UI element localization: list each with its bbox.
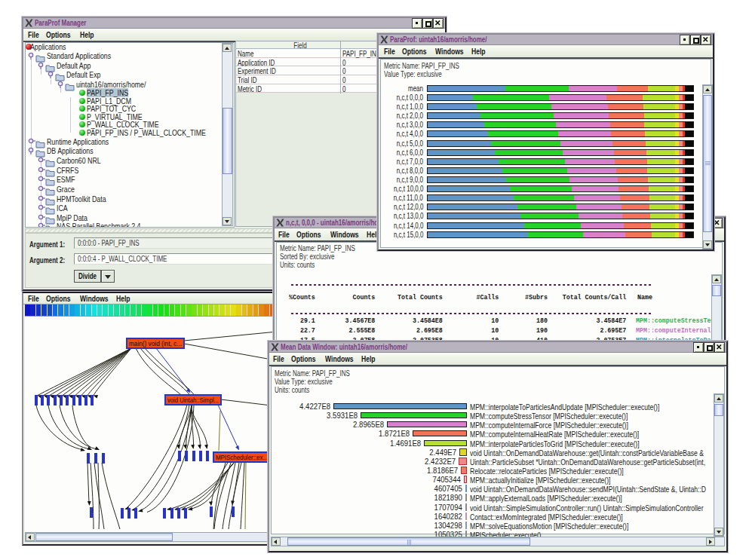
svg-text:void Uintah::Simpl...: void Uintah::Simpl... [167, 396, 219, 404]
svg-text:MPIScheduler::ex...: MPIScheduler::ex... [216, 454, 268, 461]
svg-text:main() void (int, c...: main() void (int, c... [129, 340, 182, 347]
